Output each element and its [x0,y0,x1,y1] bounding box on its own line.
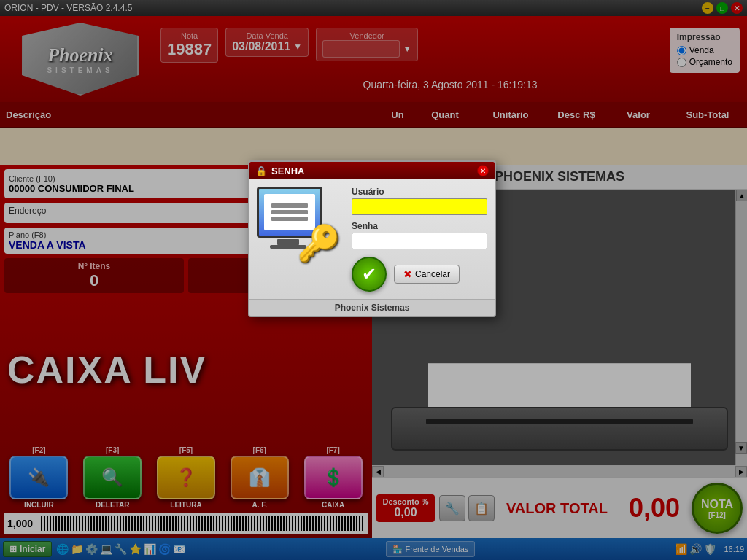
modal-footer-text: Phoenix Sistemas [335,303,410,313]
modal-action-row: ✔ ✖ Cancelar [352,257,487,292]
screen-lines [268,201,311,224]
senha-label: Senha [352,221,487,231]
modal-form: Usuário Senha ✔ ✖ Cancelar [352,187,487,292]
cancel-icon: ✖ [403,268,412,280]
modal-overlay: 🔒 SENHA ✕ [0,0,747,560]
modal-titlebar: 🔒 SENHA ✕ [249,162,495,179]
modal-titlebar-title: 🔒 SENHA [255,166,305,176]
usuario-input[interactable] [352,198,487,215]
usuario-label: Usuário [352,187,487,197]
modal-cancel-button[interactable]: ✖ Cancelar [394,265,460,284]
senha-row: Senha [352,221,487,249]
modal-computer-icon: 🔑 [257,187,344,292]
modal-close-button[interactable]: ✕ [477,165,489,176]
modal-footer: Phoenix Sistemas [249,299,495,316]
cancel-label: Cancelar [415,269,450,279]
modal-body: 🔑 Usuário Senha ✔ ✖ Cancelar [249,179,495,299]
modal-title: SENHA [271,166,305,176]
lock-icon: 🔒 [255,166,267,176]
senha-modal: 🔒 SENHA ✕ [248,160,496,317]
senha-input[interactable] [352,233,487,249]
monitor-stand [277,239,299,245]
modal-ok-button[interactable]: ✔ [352,257,387,292]
usuario-row: Usuário [352,187,487,215]
lock-icon-large: 🔑 [297,223,341,264]
